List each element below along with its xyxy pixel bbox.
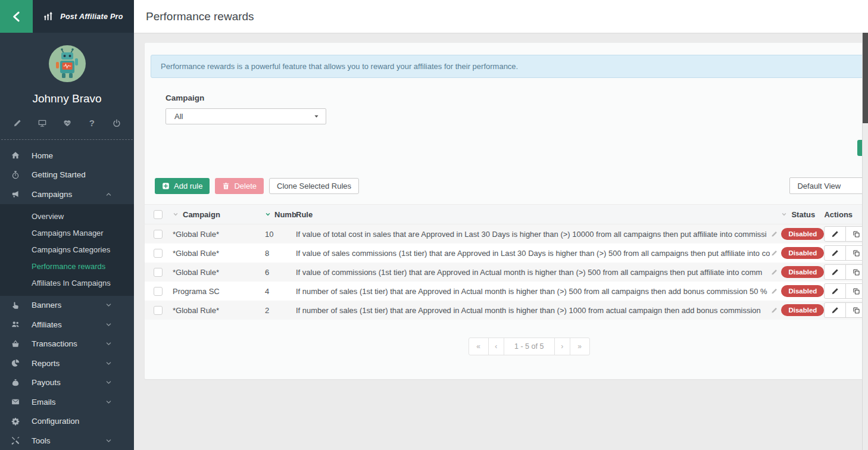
monitor-icon[interactable] — [37, 118, 48, 127]
chevron-down-icon — [103, 321, 114, 328]
sidebar-item-reports[interactable]: Reports — [0, 354, 134, 373]
view-select[interactable]: Default View — [789, 177, 868, 194]
chevron-down-icon — [103, 340, 114, 347]
logo-arrows-icon — [43, 11, 55, 23]
heartbeat-icon[interactable] — [62, 118, 73, 127]
column-header-rule[interactable]: Rule — [296, 210, 313, 219]
add-rule-button[interactable]: Add rule — [155, 178, 210, 194]
pie-chart-icon — [10, 359, 21, 367]
sidebar-item-home[interactable]: Home — [0, 146, 134, 165]
sidebar-item-transactions[interactable]: Transactions — [0, 335, 134, 354]
cell-campaign: *Global Rule* — [173, 306, 219, 315]
inline-edit-icon[interactable] — [771, 250, 778, 257]
sort-numb-icon[interactable] — [265, 211, 271, 217]
sidebar-item-emails[interactable]: Emails — [0, 392, 134, 412]
campaign-select[interactable]: All — [166, 108, 326, 124]
edit-profile-icon[interactable] — [12, 118, 23, 127]
chevron-left-icon — [11, 11, 23, 23]
sort-campaign-icon[interactable] — [173, 211, 179, 217]
help-icon[interactable]: ? — [86, 118, 97, 127]
column-header-campaign[interactable]: Campaign — [183, 210, 220, 219]
sidebar-item-banners[interactable]: Banners — [0, 296, 134, 315]
brand-name: Post Affiliate Pro — [60, 12, 123, 21]
chevron-down-icon — [103, 360, 114, 367]
brand-logo[interactable]: Post Affiliate Pro — [33, 0, 134, 33]
money-bag-icon — [10, 379, 21, 387]
edit-rule-button[interactable] — [824, 302, 846, 318]
sidebar-item-label: Campaigns — [32, 190, 72, 199]
submenu-item-campaigns-categories[interactable]: Campaigns Categories — [0, 242, 134, 258]
chevron-down-icon — [103, 438, 114, 444]
row-checkbox[interactable] — [154, 230, 163, 239]
edit-rule-button[interactable] — [824, 226, 846, 242]
inline-edit-icon[interactable] — [771, 307, 778, 314]
inline-edit-icon[interactable] — [771, 231, 778, 238]
tools-icon — [10, 436, 21, 445]
sidebar: Post Affiliate Pro — [0, 0, 134, 450]
chevron-up-icon — [103, 191, 114, 198]
scrollbar-thumb[interactable] — [863, 33, 868, 123]
clone-label: Clone Selected Rules — [277, 182, 351, 190]
stopwatch-icon — [10, 171, 21, 179]
caret-down-icon — [313, 113, 320, 120]
pagination-first-button[interactable]: « — [469, 338, 489, 355]
delete-button[interactable]: Delete — [215, 178, 264, 194]
pencil-icon — [831, 268, 839, 276]
row-checkbox[interactable] — [154, 249, 163, 258]
sidebar-item-payouts[interactable]: Payouts — [0, 373, 134, 393]
chevron-down-icon — [103, 399, 114, 405]
pencil-icon — [831, 230, 839, 238]
column-header-numb[interactable]: Numb — [274, 210, 296, 219]
submenu-item-campaigns-manager[interactable]: Campaigns Manager — [0, 225, 134, 242]
chevron-down-icon — [103, 302, 114, 308]
cell-campaign: *Global Rule* — [173, 230, 219, 239]
sidebar-item-configuration[interactable]: Configuration — [0, 412, 134, 432]
sidebar-item-tools[interactable]: Tools — [0, 431, 134, 450]
sort-status-icon[interactable] — [781, 211, 787, 217]
sidebar-item-label: Tools — [32, 436, 51, 445]
sidebar-item-affiliates[interactable]: Affiliates — [0, 315, 134, 335]
pagination-next-button[interactable]: › — [554, 338, 570, 355]
column-header-actions: Actions — [824, 210, 853, 219]
edit-rule-button[interactable] — [824, 283, 846, 299]
edit-rule-button[interactable] — [824, 264, 846, 280]
sidebar-item-label: Payouts — [32, 378, 61, 387]
submenu-item-overview[interactable]: Overview — [0, 208, 134, 225]
table-row: *Global Rule* 6 If value of commissions … — [145, 262, 868, 282]
pagination-last-button[interactable]: » — [570, 338, 590, 355]
row-checkbox[interactable] — [154, 306, 163, 315]
edit-rule-button[interactable] — [824, 245, 846, 261]
sidebar-item-campaigns[interactable]: Campaigns — [0, 185, 134, 204]
inline-edit-icon[interactable] — [771, 288, 778, 295]
megaphone-icon — [10, 190, 21, 198]
submenu-item-performance-rewards[interactable]: Performance rewards — [0, 258, 134, 275]
row-checkbox[interactable] — [154, 287, 163, 296]
row-checkbox[interactable] — [154, 268, 163, 277]
cell-rule: If number of sales (1st tier) that are A… — [296, 306, 770, 315]
filter-section: Campaign All — [166, 93, 868, 124]
column-header-status[interactable]: Status — [791, 210, 815, 219]
cell-campaign: *Global Rule* — [173, 249, 219, 258]
info-banner: Performance rewards is a powerful featur… — [151, 55, 868, 78]
inline-edit-icon[interactable] — [771, 269, 778, 276]
collapse-sidebar-button[interactable] — [0, 0, 33, 33]
cell-rule: If value of sales commissions (1st tier)… — [296, 249, 770, 258]
logout-icon[interactable] — [111, 118, 122, 127]
cell-numb: 8 — [265, 249, 269, 258]
sidebar-item-getting-started[interactable]: Getting Started — [0, 165, 134, 185]
cell-numb: 4 — [265, 287, 269, 296]
submenu-item-affiliates-in-campaigns[interactable]: Affiliates In Campaigns — [0, 275, 134, 292]
pagination-prev-button[interactable]: ‹ — [488, 338, 504, 355]
cell-numb: 10 — [265, 230, 273, 239]
scrollbar[interactable] — [862, 33, 868, 450]
home-icon — [10, 151, 21, 160]
sidebar-item-label: Reports — [32, 359, 60, 368]
select-all-checkbox[interactable] — [154, 210, 163, 219]
sidebar-item-label: Getting Started — [32, 170, 86, 179]
cell-numb: 6 — [265, 268, 269, 277]
view-select-value: Default View — [797, 182, 841, 190]
campaigns-submenu: Overview Campaigns Manager Campaigns Cat… — [0, 204, 134, 296]
basket-icon — [10, 340, 21, 348]
delete-label: Delete — [234, 182, 257, 190]
clone-selected-rules-button[interactable]: Clone Selected Rules — [269, 178, 359, 194]
